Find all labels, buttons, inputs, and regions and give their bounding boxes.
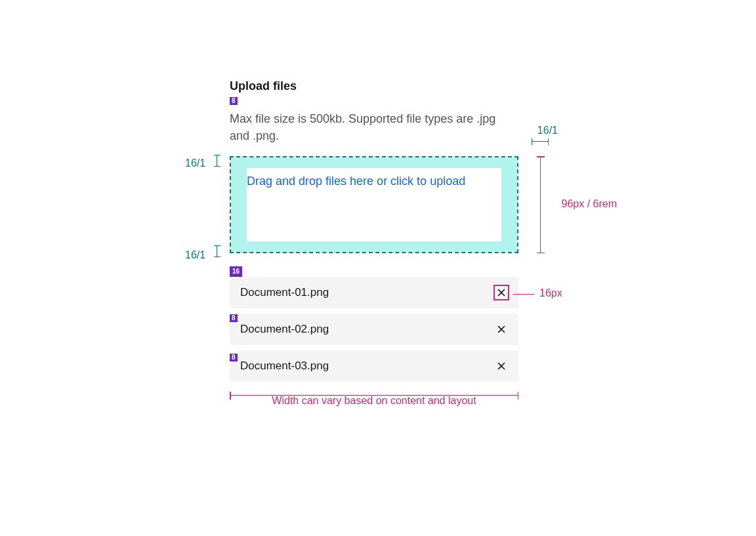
padding-label-left-bottom: 16/1 [185,249,205,261]
width-bracket [230,395,518,396]
bracket-left-bottom [217,245,217,257]
padding-band-bottom [231,241,517,252]
upload-description: Max file size is 500kb. Supported file t… [230,111,518,144]
file-name: Document-01.png [240,286,329,299]
height-label: 96px / 6rem [562,198,617,210]
dropzone-label: Drag and drop files here or click to upl… [247,173,501,190]
spacing-chip-8: 8 [230,314,238,322]
spacing-chip-8: 8 [230,354,238,361]
dropzone[interactable]: Drag and drop files here or click to upl… [230,156,518,253]
spacing-chip-8: 8 [230,97,238,105]
bracket-left-top [217,155,217,167]
padding-band-left [231,157,247,252]
padding-label-left-top: 16/1 [185,157,205,169]
file-row: Document-02.png [230,314,518,345]
file-name: Document-02.png [240,323,329,336]
file-row: Document-03.png [230,350,518,382]
upload-title: Upload files [230,79,518,94]
padding-band-top [231,157,517,168]
remove-file-button[interactable] [495,286,508,299]
uploaded-files-list: Document-01.png 8 Document-02.png 8 Docu… [230,277,518,382]
width-note: Width can vary based on content and layo… [230,395,518,407]
padding-label-top-right: 16/1 [537,125,558,136]
spacing-chip-16-bottom: 16 [230,266,242,277]
close-icon [496,287,507,298]
file-name: Document-03.png [240,360,329,373]
close-icon [496,361,507,371]
remove-file-button[interactable] [495,360,508,373]
close-icon-leader [513,294,534,295]
close-icon [496,324,507,335]
upload-spec-diagram: Upload files 8 Max file size is 500kb. S… [230,79,518,407]
bracket-top-right [532,141,549,142]
file-row: Document-01.png [230,277,518,308]
padding-band-right [501,157,517,252]
close-icon-size-label: 16px [539,287,562,299]
remove-file-button[interactable] [495,323,508,336]
height-bracket [540,156,541,253]
